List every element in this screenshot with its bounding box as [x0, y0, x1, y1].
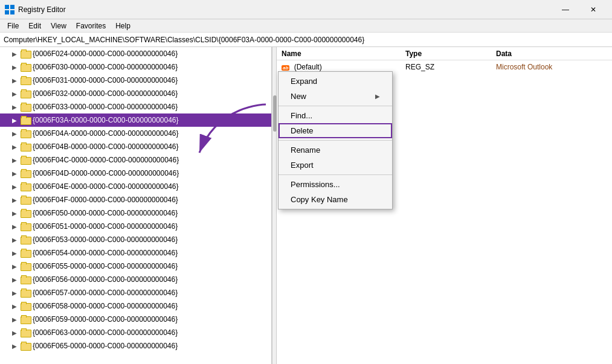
tree-item[interactable]: ▶ {0006F031-0000-0000-C000-000000000046}: [0, 74, 271, 87]
tree-item[interactable]: ▶ {0006F059-0000-0000-C000-000000000046}: [0, 313, 271, 326]
menu-view[interactable]: View: [46, 21, 71, 31]
folder-icon: [21, 289, 30, 296]
address-bar: Computer\HKEY_LOCAL_MACHINE\SOFTWARE\Cla…: [0, 33, 612, 47]
expand-arrow-icon: ▶: [12, 343, 19, 350]
expand-arrow-icon: ▶: [12, 64, 19, 71]
menu-help[interactable]: Help: [111, 21, 135, 31]
expand-arrow-icon: ▶: [12, 237, 19, 243]
minimize-button[interactable]: —: [552, 0, 579, 19]
tree-item[interactable]: ▶ {0006F057-0000-0000-C000-000000000046}: [0, 286, 271, 299]
tree-item[interactable]: ▶ {0006F056-0000-0000-C000-000000000046}: [0, 273, 271, 286]
cell-data-default: Microsoft Outlook: [491, 62, 612, 72]
expand-arrow-icon: ▶: [12, 316, 19, 323]
context-menu-item-permissions[interactable]: Permissions...: [279, 177, 392, 192]
tree-item-label: {0006F051-0000-0000-C000-000000000046}: [33, 222, 178, 231]
ctx-item-label: Export: [291, 161, 314, 170]
context-menu-separator: [279, 106, 392, 106]
tree-item-label: {0006F053-0000-0000-C000-000000000046}: [33, 235, 178, 244]
expand-arrow-icon: ▶: [12, 91, 19, 97]
ctx-item-label: Find...: [291, 111, 312, 120]
tree-item[interactable]: ▶ {0006F04A-0000-0000-C000-000000000046}: [0, 127, 271, 140]
tree-scrollbar[interactable]: [272, 47, 277, 364]
tree-item[interactable]: ▶ {0006F032-0000-0000-C000-000000000046}: [0, 87, 271, 100]
folder-icon: [21, 103, 30, 110]
tree-item[interactable]: ▶ {0006F065-0000-0000-C000-000000000046}: [0, 339, 271, 353]
tree-item-label: {0006F050-0000-0000-C000-000000000046}: [33, 209, 178, 217]
expand-arrow-icon: ▶: [12, 276, 19, 283]
context-menu-item-find[interactable]: Find...: [279, 108, 392, 123]
context-menu-item-rename[interactable]: Rename: [279, 142, 392, 158]
tree-item[interactable]: ▶ {0006F04F-0000-0000-C000-000000000046}: [0, 193, 271, 206]
folder-icon: [21, 316, 30, 323]
context-menu-item-expand[interactable]: Expand: [279, 74, 392, 89]
context-menu-item-export[interactable]: Export: [279, 158, 392, 173]
menu-file[interactable]: File: [2, 21, 24, 31]
expand-arrow-icon: ▶: [12, 184, 19, 190]
default-value-name: (Default): [294, 63, 322, 71]
expand-arrow-icon: ▶: [12, 104, 19, 110]
folder-icon: [21, 130, 30, 137]
menu-bar: File Edit View Favorites Help: [0, 19, 612, 33]
tree-scroll[interactable]: ▶ {0006F024-0000-0000-C000-000000000046}…: [0, 47, 271, 364]
tree-item[interactable]: ▶ {0006F04D-0000-0000-C000-000000000046}: [0, 167, 271, 180]
ctx-item-label: Permissions...: [291, 180, 340, 189]
tree-item-label: {0006F030-0000-0000-C000-000000000046}: [33, 63, 178, 71]
tree-item[interactable]: ▶ {0006F04C-0000-0000-C000-000000000046}: [0, 153, 271, 167]
ctx-item-label: Delete: [291, 126, 314, 135]
tree-item-label: {0006F031-0000-0000-C000-000000000046}: [33, 76, 178, 85]
tree-item-label: {0006F065-0000-0000-C000-000000000046}: [33, 342, 178, 350]
expand-arrow-icon: ▶: [12, 144, 19, 150]
folder-icon: [21, 183, 30, 190]
tree-item-label: {0006F057-0000-0000-C000-000000000046}: [33, 289, 178, 297]
expand-arrow-icon: ▶: [12, 223, 19, 230]
tree-item[interactable]: ▶ {0006F054-0000-0000-C000-000000000046}: [0, 246, 271, 260]
tree-item-label: {0006F032-0000-0000-C000-000000000046}: [33, 89, 178, 98]
tree-item[interactable]: ▶ {0006F050-0000-0000-C000-000000000046}: [0, 206, 271, 220]
folder-icon: [21, 143, 30, 150]
folder-icon: [21, 263, 30, 270]
context-menu-item-delete[interactable]: Delete: [279, 123, 392, 138]
tree-item[interactable]: ▶ {0006F058-0000-0000-C000-000000000046}: [0, 299, 271, 313]
tree-item-label: {0006F033-0000-0000-C000-000000000046}: [33, 103, 178, 111]
tree-panel: ▶ {0006F024-0000-0000-C000-000000000046}…: [0, 47, 272, 364]
menu-edit[interactable]: Edit: [24, 21, 46, 31]
tree-item[interactable]: ▶ {0006F053-0000-0000-C000-000000000046}: [0, 233, 271, 246]
context-menu: ExpandNew▶Find...DeleteRenameExportPermi…: [278, 71, 393, 209]
tree-item[interactable]: ▶ {0006F03A-0000-0000-C000-000000000046}: [0, 113, 271, 127]
svg-rect-3: [10, 10, 14, 14]
folder-icon: [21, 117, 30, 124]
expand-arrow-icon: ▶: [12, 77, 19, 84]
ctx-item-label: Expand: [291, 77, 317, 86]
svg-rect-1: [10, 5, 14, 9]
ctx-item-label: Rename: [291, 145, 320, 155]
folder-icon: [21, 77, 30, 84]
context-menu-item-new[interactable]: New▶: [279, 89, 392, 104]
window-title: Registry Editor: [18, 5, 552, 14]
tree-item[interactable]: ▶ {0006F024-0000-0000-C000-000000000046}: [0, 47, 271, 60]
tree-item[interactable]: ▶ {0006F033-0000-0000-C000-000000000046}: [0, 100, 271, 113]
tree-item-label: {0006F056-0000-0000-C000-000000000046}: [33, 275, 178, 284]
tree-item[interactable]: ▶ {0006F04E-0000-0000-C000-000000000046}: [0, 180, 271, 193]
tree-item-label: {0006F04E-0000-0000-C000-000000000046}: [33, 182, 179, 191]
tree-item[interactable]: ▶ {0006F055-0000-0000-C000-000000000046}: [0, 260, 271, 273]
folder-icon: [21, 196, 30, 203]
tree-item[interactable]: ▶ {0006F030-0000-0000-C000-000000000046}: [0, 60, 271, 74]
ab-icon: ab: [282, 65, 289, 71]
ctx-item-label: Copy Key Name: [291, 195, 348, 204]
context-menu-separator: [279, 140, 392, 141]
folder-icon: [21, 223, 30, 230]
scrollbar-thumb: [273, 95, 277, 132]
tree-item[interactable]: ▶ {0006F051-0000-0000-C000-000000000046}: [0, 220, 271, 233]
close-button[interactable]: ✕: [579, 0, 607, 19]
svg-rect-0: [5, 5, 9, 9]
expand-arrow-icon: ▶: [12, 330, 19, 336]
app-icon: [5, 5, 14, 14]
menu-favorites[interactable]: Favorites: [71, 21, 111, 31]
expand-arrow-icon: ▶: [12, 130, 19, 137]
context-menu-item-copykey[interactable]: Copy Key Name: [279, 192, 392, 207]
expand-arrow-icon: ▶: [12, 263, 19, 270]
tree-item[interactable]: ▶ {0006F04B-0000-0000-C000-000000000046}: [0, 140, 271, 153]
expand-arrow-icon: ▶: [12, 117, 19, 124]
tree-item-label: {0006F024-0000-0000-C000-000000000046}: [33, 49, 178, 58]
tree-item[interactable]: ▶ {0006F063-0000-0000-C000-000000000046}: [0, 326, 271, 339]
